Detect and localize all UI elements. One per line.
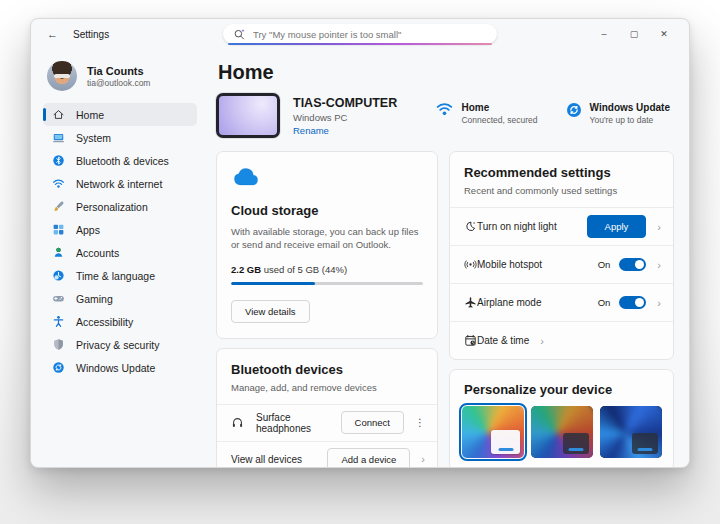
user-account-block[interactable]: Tia Counts tia@outlook.com — [43, 57, 197, 103]
rename-link[interactable]: Rename — [293, 125, 397, 136]
cloud-usage-text: 2.2 GB used of 5 GB (44%) — [231, 264, 423, 275]
apps-grid-icon — [52, 223, 65, 236]
airplane-icon — [464, 296, 477, 309]
user-name: Tia Counts — [87, 65, 150, 77]
search-sparkle-icon — [233, 28, 246, 41]
theme-preview-window — [632, 433, 658, 454]
chevron-right-icon — [657, 297, 661, 309]
accessibility-person-icon — [52, 315, 65, 328]
cloud-icon — [231, 167, 261, 186]
more-options-icon[interactable]: ⋮ — [415, 417, 425, 428]
sidebar-item-system[interactable]: System — [43, 126, 197, 149]
home-icon — [52, 108, 65, 121]
app-title: Settings — [73, 29, 109, 40]
sidebar-item-home[interactable]: Home — [43, 103, 197, 126]
bluetooth-devices-card: Bluetooth devices Manage, add, and remov… — [216, 348, 438, 468]
personalize-card-title: Personalize your device — [464, 382, 663, 397]
date-time-icon — [464, 334, 477, 347]
sidebar-item-accounts[interactable]: Accounts — [43, 241, 197, 264]
mobile-hotspot-icon — [464, 258, 477, 271]
sidebar-item-accessibility[interactable]: Accessibility — [43, 310, 197, 333]
cloud-progress-track — [231, 282, 423, 285]
minimize-button[interactable]: – — [589, 20, 619, 48]
windows-update-status-icon — [566, 102, 582, 118]
sidebar-item-time-language[interactable]: Time & language — [43, 264, 197, 287]
windows-update-status[interactable]: Windows Update You're up to date — [566, 102, 670, 125]
avatar — [47, 61, 77, 91]
user-email: tia@outlook.com — [87, 78, 150, 88]
setting-row-airplane-mode[interactable]: Airplane mode On — [450, 283, 673, 321]
wifi-status[interactable]: Home Connected, secured — [436, 102, 537, 125]
sidebar-item-label: Accessibility — [76, 316, 133, 328]
shield-icon — [52, 338, 65, 351]
system-icon — [52, 131, 65, 144]
theme-thumbnail-dark[interactable] — [531, 406, 593, 458]
search-container — [223, 24, 497, 44]
sidebar-item-label: Gaming — [76, 293, 113, 305]
view-all-devices-row[interactable]: View all devices Add a device — [217, 441, 437, 468]
device-name: TIAS-COMPUTER — [293, 96, 397, 110]
recommended-card-title: Recommended settings — [464, 165, 659, 180]
settings-window: ← Settings – ▢ ✕ Tia Counts — [30, 18, 690, 468]
apply-button[interactable]: Apply — [587, 215, 647, 238]
main-content: Home TIAS-COMPUTER Windows PC Rename Hom… — [201, 49, 689, 468]
maximize-button[interactable]: ▢ — [619, 20, 649, 48]
recommended-settings-card: Recommended settings Recent and commonly… — [449, 151, 674, 360]
sidebar-item-personalization[interactable]: Personalization — [43, 195, 197, 218]
hotspot-toggle[interactable] — [619, 258, 646, 271]
titlebar: ← Settings – ▢ ✕ — [31, 19, 689, 49]
setting-row-mobile-hotspot[interactable]: Mobile hotspot On — [450, 245, 673, 283]
sidebar-item-label: Home — [76, 109, 104, 121]
search-input[interactable] — [253, 29, 487, 40]
headphones-icon — [231, 416, 244, 429]
sidebar-item-label: Time & language — [76, 270, 155, 282]
chevron-right-icon — [657, 221, 661, 233]
sidebar-item-privacy-security[interactable]: Privacy & security — [43, 333, 197, 356]
connect-button[interactable]: Connect — [341, 411, 404, 434]
view-all-devices-label: View all devices — [231, 454, 302, 465]
search-box[interactable] — [223, 24, 497, 44]
night-light-label: Turn on night light — [477, 221, 557, 232]
sidebar: Tia Counts tia@outlook.com Home System B… — [31, 49, 201, 468]
back-button[interactable]: ← — [47, 28, 58, 40]
sidebar-item-gaming[interactable]: Gaming — [43, 287, 197, 310]
sidebar-item-label: Network & internet — [76, 178, 162, 190]
theme-thumbnail-light[interactable] — [462, 406, 524, 458]
theme-preview-window — [563, 433, 589, 454]
add-device-button[interactable]: Add a device — [327, 448, 410, 468]
wifi-icon — [52, 177, 65, 190]
sidebar-item-label: System — [76, 132, 111, 144]
page-title: Home — [218, 61, 674, 84]
update-status-subtitle: You're up to date — [590, 115, 670, 125]
close-button[interactable]: ✕ — [649, 20, 679, 48]
sidebar-item-label: Personalization — [76, 201, 148, 213]
paintbrush-icon — [52, 200, 65, 213]
bluetooth-card-title: Bluetooth devices — [231, 362, 423, 377]
sidebar-item-windows-update[interactable]: Windows Update — [43, 356, 197, 379]
sidebar-item-label: Privacy & security — [76, 339, 159, 351]
sidebar-item-label: Apps — [76, 224, 100, 236]
view-details-button[interactable]: View details — [231, 300, 310, 323]
setting-row-date-time[interactable]: Date & time — [450, 321, 673, 359]
sidebar-item-label: Accounts — [76, 247, 119, 259]
chevron-right-icon — [540, 335, 544, 347]
bluetooth-card-subtitle: Manage, add, and remove devices — [231, 382, 423, 393]
airplane-toggle-state: On — [598, 297, 611, 308]
theme-thumbnail-dark-blue[interactable] — [600, 406, 662, 458]
mobile-hotspot-label: Mobile hotspot — [477, 259, 542, 270]
sidebar-item-bluetooth-devices[interactable]: Bluetooth & devices — [43, 149, 197, 172]
cloud-card-description: With available storage, you can back up … — [231, 225, 423, 252]
recommended-card-subtitle: Recent and commonly used settings — [464, 185, 659, 196]
chevron-right-icon — [657, 259, 661, 271]
cloud-card-title: Cloud storage — [231, 203, 423, 218]
airplane-toggle[interactable] — [619, 296, 646, 309]
setting-row-night-light[interactable]: Turn on night light Apply — [450, 207, 673, 245]
windows-update-icon — [52, 361, 65, 374]
person-icon — [52, 246, 65, 259]
window-controls: – ▢ ✕ — [589, 20, 679, 48]
wifi-status-icon — [436, 102, 453, 117]
cloud-usage-detail: used of 5 GB (44%) — [261, 264, 347, 275]
cloud-storage-card: Cloud storage With available storage, yo… — [216, 151, 438, 339]
sidebar-item-apps[interactable]: Apps — [43, 218, 197, 241]
sidebar-item-network-internet[interactable]: Network & internet — [43, 172, 197, 195]
